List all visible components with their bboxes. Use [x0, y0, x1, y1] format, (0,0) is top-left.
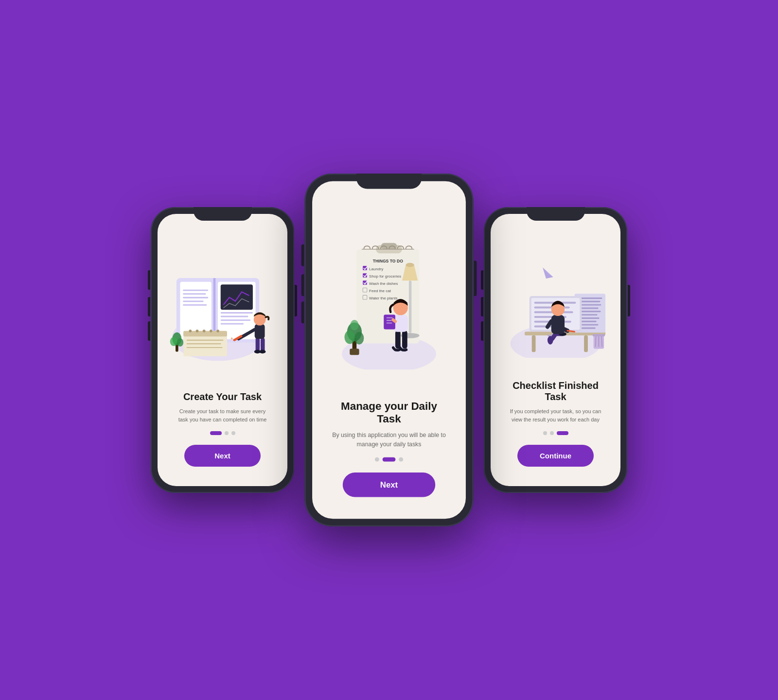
- svg-point-19: [203, 329, 206, 332]
- svg-rect-4: [183, 289, 208, 291]
- dot-2-1: [375, 457, 379, 462]
- svg-rect-24: [187, 347, 223, 348]
- svg-rect-71: [402, 331, 407, 349]
- svg-text:Wash the dishes: Wash the dishes: [369, 281, 398, 286]
- phone-3-screen: Checklist Finished Task If you completed…: [491, 214, 620, 486]
- phone-3: Checklist Finished Task If you completed…: [484, 207, 627, 493]
- phone-2-text-area: Manage your Daily Task By using this app…: [323, 395, 455, 503]
- svg-rect-11: [221, 312, 253, 314]
- dot-3-1: [543, 431, 547, 435]
- phone-3-illustration: [500, 238, 611, 375]
- svg-rect-76: [387, 322, 392, 323]
- svg-rect-81: [532, 335, 536, 352]
- phone-2-screen: THINGS TO DO Laundry Shop for groceries: [312, 181, 466, 519]
- svg-point-36: [170, 337, 177, 346]
- phones-container: Create Your Task Create your task to mak…: [151, 192, 627, 508]
- svg-rect-22: [187, 339, 224, 340]
- phone-2-description: By using this application you will be ab…: [331, 431, 446, 449]
- svg-rect-72: [393, 315, 408, 332]
- dot-2-2: [383, 457, 396, 462]
- phone-3-title: Checklist Finished Task: [508, 380, 603, 402]
- dot-1-2: [225, 431, 229, 435]
- svg-line-108: [596, 336, 596, 347]
- svg-text:Water the plants: Water the plants: [369, 296, 397, 300]
- phone-1-description: Create your task to make sure every task…: [175, 407, 270, 423]
- phone-1-illustration: [167, 238, 278, 386]
- svg-rect-65: [350, 349, 359, 355]
- svg-rect-82: [584, 335, 588, 352]
- phone-3-continue-button[interactable]: Continue: [517, 445, 594, 467]
- phone-3-dots: [543, 431, 568, 435]
- svg-point-69: [350, 320, 358, 331]
- phone-1-next-button[interactable]: Next: [184, 445, 261, 467]
- svg-text:Laundry: Laundry: [369, 267, 384, 271]
- svg-rect-6: [183, 297, 208, 298]
- svg-rect-70: [395, 331, 401, 349]
- phone-1-notch: [194, 207, 252, 221]
- svg-rect-7: [183, 300, 204, 302]
- phone-3-description: If you completed your task, so you can v…: [508, 407, 603, 423]
- svg-rect-29: [255, 324, 265, 338]
- svg-rect-74: [387, 317, 393, 318]
- svg-rect-60: [409, 280, 411, 333]
- dot-3-2: [550, 431, 554, 435]
- svg-point-67: [344, 331, 355, 344]
- svg-point-37: [177, 338, 183, 346]
- svg-rect-5: [183, 293, 206, 295]
- phone-3-text-area: Checklist Finished Task If you completed…: [500, 375, 611, 472]
- phone-2-next-button[interactable]: Next: [343, 472, 435, 497]
- svg-point-20: [210, 329, 212, 332]
- svg-rect-107: [593, 334, 605, 336]
- phone-3-notch: [527, 207, 585, 221]
- svg-line-77: [393, 320, 395, 321]
- svg-point-28: [259, 350, 265, 353]
- svg-rect-13: [221, 319, 250, 321]
- svg-rect-12: [221, 315, 248, 317]
- svg-point-63: [406, 263, 414, 267]
- svg-text:THINGS TO DO: THINGS TO DO: [373, 259, 403, 263]
- svg-rect-8: [183, 304, 207, 305]
- svg-point-18: [196, 329, 199, 332]
- phone-2-dots: [375, 457, 403, 462]
- svg-rect-14: [221, 323, 244, 324]
- svg-point-21: [216, 329, 219, 332]
- svg-rect-23: [187, 343, 221, 344]
- phone-1-screen: Create Your Task Create your task to mak…: [158, 214, 287, 486]
- svg-rect-75: [387, 320, 392, 321]
- svg-text:Shop for groceries: Shop for groceries: [369, 274, 401, 279]
- svg-rect-25: [256, 338, 260, 351]
- phone-1-title: Create Your Task: [183, 391, 262, 402]
- phone-1-text-area: Create Your Task Create your task to mak…: [167, 386, 278, 472]
- svg-line-110: [601, 336, 602, 347]
- dot-1-1: [210, 431, 222, 435]
- svg-text:Feed the cat: Feed the cat: [369, 289, 391, 293]
- phone-2-title: Manage your Daily Task: [331, 400, 446, 425]
- svg-rect-26: [261, 338, 265, 351]
- phone-2: THINGS TO DO Laundry Shop for groceries: [304, 174, 473, 526]
- phone-2-illustration: THINGS TO DO Laundry Shop for groceries: [323, 209, 455, 395]
- svg-line-117: [567, 331, 575, 332]
- dot-1-3: [231, 431, 235, 435]
- phone-1: Create Your Task Create your task to mak…: [151, 207, 294, 493]
- svg-point-17: [189, 329, 192, 332]
- dot-2-3: [399, 457, 403, 462]
- phone-1-dots: [210, 431, 235, 435]
- dot-3-3: [557, 431, 568, 435]
- phone-2-notch: [356, 174, 422, 189]
- svg-point-68: [354, 332, 364, 345]
- svg-point-114: [548, 336, 553, 345]
